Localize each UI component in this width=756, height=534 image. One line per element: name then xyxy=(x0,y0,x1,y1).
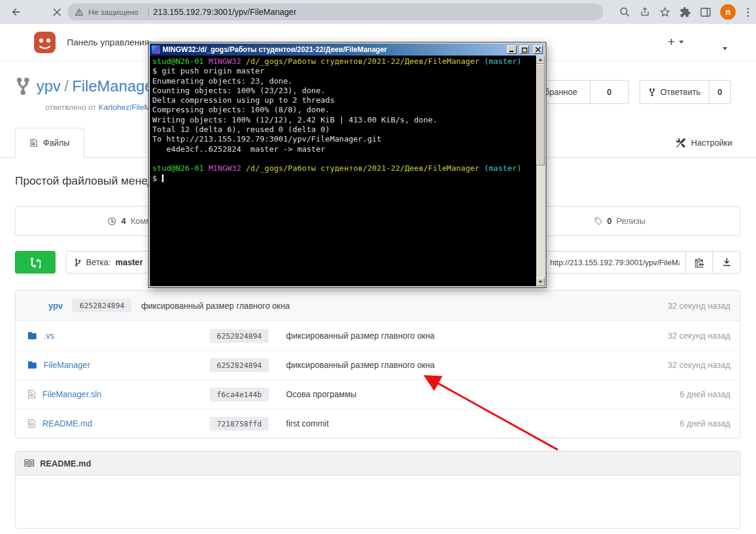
tab-settings[interactable]: Настройки xyxy=(676,128,732,158)
create-new-button[interactable]: + xyxy=(668,35,684,49)
book-icon xyxy=(24,458,34,468)
clipboard-icon xyxy=(695,257,704,268)
zoom-icon[interactable] xyxy=(619,7,631,18)
tag-icon xyxy=(594,217,603,226)
commit-sha-badge[interactable]: 6252824894 xyxy=(210,358,269,372)
repo-name-link[interactable]: FileManager xyxy=(72,77,159,95)
commit-age: 32 секунд назад xyxy=(668,301,730,311)
chevron-down-icon xyxy=(723,47,727,50)
chevron-down-icon xyxy=(679,41,684,44)
branch-selector[interactable]: Ветка:master xyxy=(66,251,161,274)
repo-owner-link[interactable]: ypv xyxy=(36,77,60,95)
compare-button[interactable] xyxy=(15,251,56,274)
history-icon xyxy=(107,217,116,226)
commit-sha-badge[interactable]: 6252824894 xyxy=(72,299,131,312)
commit-sha-badge[interactable]: 6252824894 xyxy=(210,329,269,343)
branch-icon xyxy=(75,258,81,267)
terminal-output[interactable]: stud@N26-01 MINGW32 /d/_gogs/Работы студ… xyxy=(150,56,536,286)
commit-age: 32 секунд назад xyxy=(668,360,730,370)
scroll-down-icon[interactable] xyxy=(536,278,545,286)
terminal-titlebar[interactable]: MINGW32:/d/_gogs/Работы студентов/2021-2… xyxy=(150,44,545,56)
table-row: FileManager6252824894фиксированный разме… xyxy=(16,350,740,379)
tools-icon xyxy=(676,138,686,148)
table-row: FileManager.slnf6ca4e144bОсова программы… xyxy=(16,379,740,409)
fork-count[interactable]: 0 xyxy=(709,80,731,104)
terminal-window[interactable]: MINGW32:/d/_gogs/Работы студентов/2021-2… xyxy=(148,42,546,288)
terminal-title: MINGW32:/d/_gogs/Работы студентов/2021-2… xyxy=(162,45,504,54)
commit-message[interactable]: first commit xyxy=(286,419,593,428)
commit-sha-badge[interactable]: 7218758ffd xyxy=(210,417,269,431)
title-separator: / xyxy=(64,77,68,95)
file-link[interactable]: README.md xyxy=(42,419,92,428)
terminal-scrollbar[interactable] xyxy=(536,56,545,286)
git-compare-icon xyxy=(30,257,41,268)
user-menu-button[interactable] xyxy=(723,42,727,53)
extensions-icon[interactable] xyxy=(680,7,691,18)
table-row: .vs6252824894фиксированный размер главно… xyxy=(16,321,740,350)
file-table: ypv 6252824894 фиксированный размер глав… xyxy=(15,290,740,438)
commit-author-link[interactable]: ypv xyxy=(48,301,63,311)
commit-message[interactable]: фиксированный размер главного окна xyxy=(286,360,593,370)
repo-forked-icon xyxy=(17,76,29,96)
plus-icon: + xyxy=(668,35,675,49)
commit-sha-badge[interactable]: f6ca4e144b xyxy=(210,388,269,401)
url-text[interactable]: 213.155.192.79:3001/ypv/FileManager xyxy=(153,7,297,17)
file-icon xyxy=(27,419,36,428)
file-link[interactable]: FileManager xyxy=(44,360,90,370)
commit-age: 6 дней назад xyxy=(680,419,730,428)
gogs-logo[interactable] xyxy=(33,30,57,54)
folder-icon xyxy=(27,331,37,340)
browser-toolbar: Не защищено 213.155.192.79:3001/ypv/File… xyxy=(0,0,756,24)
terminal-client: stud@N26-01 MINGW32 /d/_gogs/Работы студ… xyxy=(150,56,545,286)
download-icon xyxy=(722,257,732,267)
dashboard-link[interactable]: Панель управления xyxy=(67,37,149,47)
star-count[interactable]: 0 xyxy=(591,80,629,104)
copy-url-button[interactable] xyxy=(686,251,713,274)
stop-icon[interactable] xyxy=(50,5,63,19)
profile-avatar[interactable]: n xyxy=(720,4,736,20)
scroll-up-icon[interactable] xyxy=(536,56,545,64)
sidepanel-icon[interactable] xyxy=(700,7,711,18)
table-row: README.md7218758ffdfirst commit6 дней на… xyxy=(16,409,740,438)
screen: Не защищено 213.155.192.79:3001/ypv/File… xyxy=(0,0,756,534)
download-button[interactable] xyxy=(713,251,740,274)
scrollbar-thumb[interactable] xyxy=(536,64,545,165)
clone-url-input[interactable] xyxy=(543,251,686,274)
tab-files[interactable]: Файлы xyxy=(15,128,84,158)
readme-panel: README.md xyxy=(15,451,740,529)
file-link[interactable]: .vs xyxy=(44,331,54,340)
fork-button[interactable]: Ответвить xyxy=(640,80,709,104)
omnibox-divider xyxy=(148,7,149,17)
fork-icon xyxy=(649,88,656,97)
folder-icon xyxy=(27,360,37,370)
warning-icon xyxy=(75,8,84,16)
commit-message[interactable]: фиксированный размер главного окна xyxy=(286,331,593,340)
security-label: Не защищено xyxy=(88,8,139,17)
latest-commit-row: ypv 6252824894 фиксированный размер глав… xyxy=(16,291,740,321)
commit-message[interactable]: фиксированный размер главного окна xyxy=(141,301,290,311)
terminal-cursor xyxy=(162,174,164,182)
back-icon[interactable] xyxy=(10,5,23,19)
commit-age: 6 дней назад xyxy=(680,389,730,399)
minimize-button[interactable] xyxy=(507,45,517,54)
readme-body xyxy=(16,475,740,528)
repo-title: ypv/FileManager xyxy=(17,76,158,96)
file-table-body: .vs6252824894фиксированный размер главно… xyxy=(16,321,740,438)
bookmark-star-icon[interactable] xyxy=(659,7,671,18)
mingw-window-icon xyxy=(152,45,160,54)
browser-menu-icon[interactable] xyxy=(745,8,751,17)
readme-header: README.md xyxy=(16,452,740,475)
maximize-button[interactable] xyxy=(520,45,529,54)
file-link[interactable]: FileManager.sln xyxy=(42,389,102,399)
commit-message[interactable]: Осова программы xyxy=(286,389,593,399)
commit-age: 32 секунд назад xyxy=(668,331,730,340)
readme-title: README.md xyxy=(40,459,91,468)
close-button[interactable] xyxy=(533,45,543,54)
share-icon[interactable] xyxy=(640,7,650,17)
file-icon xyxy=(27,389,36,399)
address-bar[interactable]: Не защищено 213.155.192.79:3001/ypv/File… xyxy=(67,4,603,20)
file-icon xyxy=(30,139,38,148)
